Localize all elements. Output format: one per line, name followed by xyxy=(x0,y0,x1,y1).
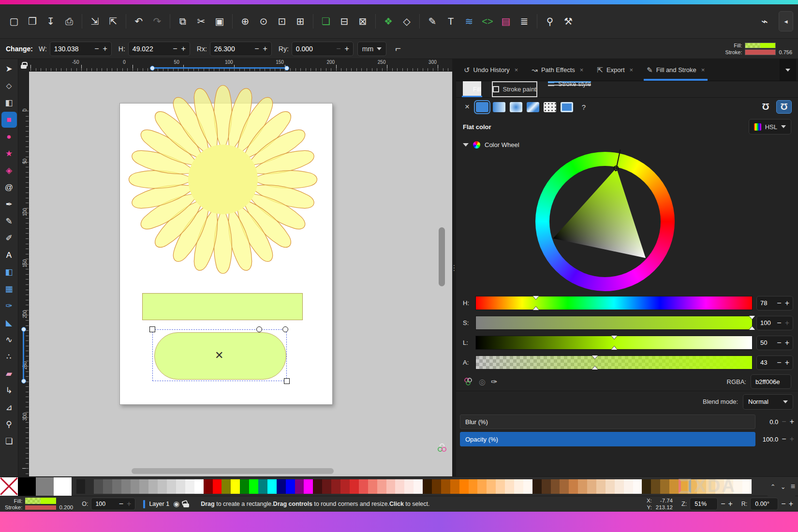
zoom-tool[interactable]: ⚲ xyxy=(1,416,17,432)
palette-swatch[interactable] xyxy=(0,477,18,496)
tab-export[interactable]: ⇱ Export × xyxy=(591,59,639,81)
palette-swatch[interactable] xyxy=(450,479,459,494)
close-icon[interactable]: × xyxy=(701,66,705,74)
alpha-slider[interactable] xyxy=(475,355,753,369)
decrement-button[interactable]: − xyxy=(173,44,177,53)
subtab-stroke-paint[interactable]: Stroke paint xyxy=(492,81,537,97)
paint-flat-button[interactable] xyxy=(476,102,488,112)
open-document[interactable]: ❐ xyxy=(23,12,42,30)
palette-swatch[interactable] xyxy=(742,479,752,494)
paint-radial-gradient-button[interactable] xyxy=(510,102,522,112)
corner-radius-handle[interactable] xyxy=(256,326,262,332)
connector-tool[interactable]: ↳ xyxy=(1,383,17,399)
fill-stroke-dialog[interactable]: ✎ xyxy=(423,12,442,30)
palette-swatch[interactable] xyxy=(267,479,277,494)
palette-swatch[interactable] xyxy=(76,479,85,494)
measure-tool[interactable]: ⊿ xyxy=(1,399,17,415)
hue-slider[interactable] xyxy=(475,296,753,310)
decrement-button[interactable]: − xyxy=(254,44,259,53)
palette-swatch[interactable] xyxy=(624,479,633,494)
palette-swatch[interactable] xyxy=(578,479,587,494)
palette-swatch[interactable] xyxy=(94,479,103,494)
palette-swatch[interactable] xyxy=(706,479,715,494)
tab-path-effects[interactable]: ↝ Path Effects × xyxy=(526,59,589,81)
palette-scroll-up-icon[interactable]: ⌃ xyxy=(770,483,776,490)
green-rectangle-shape[interactable] xyxy=(142,293,303,320)
palette-swatch[interactable] xyxy=(688,479,697,494)
palette-swatch[interactable] xyxy=(18,477,36,496)
paint-linear-gradient-button[interactable] xyxy=(493,102,505,112)
layer-visibility-icon[interactable]: ◉ xyxy=(173,500,179,508)
pencil-tool[interactable]: ✎ xyxy=(1,213,17,229)
fill-stroke-status[interactable]: Fill: Stroke: 0.200 xyxy=(5,498,73,510)
palette-swatch[interactable] xyxy=(569,479,578,494)
zoom-selection[interactable]: ⊕ xyxy=(236,12,254,30)
palette-swatch[interactable] xyxy=(258,479,267,494)
corner-radius-handle[interactable] xyxy=(282,326,288,332)
panel-splitter[interactable]: ⋮ xyxy=(452,59,456,476)
palette-swatch[interactable] xyxy=(432,479,441,494)
palette-swatch[interactable] xyxy=(322,479,331,494)
decrement-button[interactable]: − xyxy=(782,435,786,443)
palette-swatch[interactable] xyxy=(697,479,706,494)
palette-swatch[interactable] xyxy=(277,479,286,494)
palette-swatch[interactable] xyxy=(423,479,432,494)
palette-swatch[interactable] xyxy=(459,479,469,494)
increment-button[interactable]: + xyxy=(728,500,732,508)
palette-swatch[interactable] xyxy=(158,479,167,494)
field-input[interactable]: 0.000 − + xyxy=(292,42,354,56)
increment-button[interactable]: + xyxy=(790,435,794,443)
box-3d-tool[interactable]: ◈ xyxy=(1,163,17,178)
tab-undo-history[interactable]: ↺ Undo History × xyxy=(458,59,524,81)
palette-swatch[interactable] xyxy=(131,479,140,494)
subtab-stroke-style[interactable]: Stroke style xyxy=(548,81,591,86)
eraser-tool[interactable]: ▰ xyxy=(1,366,17,382)
increment-button[interactable]: + xyxy=(785,339,789,347)
paint-unknown-button[interactable]: ? xyxy=(577,102,590,112)
palette-swatch[interactable] xyxy=(240,479,249,494)
palette-swatch[interactable] xyxy=(596,479,606,494)
export-document[interactable]: ⇱ xyxy=(104,12,122,30)
ruler-corner[interactable] xyxy=(18,59,29,72)
text-dialog[interactable]: T xyxy=(442,12,460,30)
palette-swatch[interactable] xyxy=(642,479,651,494)
palette-swatch[interactable] xyxy=(331,479,340,494)
daisy-flower-drawing[interactable] xyxy=(112,72,334,291)
palette-swatch[interactable] xyxy=(340,479,350,494)
layer-name[interactable]: Layer 1 xyxy=(149,501,169,507)
saturation-slider[interactable] xyxy=(475,316,753,330)
palette-swatch[interactable] xyxy=(249,479,258,494)
palette-swatch[interactable] xyxy=(54,477,72,496)
palette-swatch[interactable] xyxy=(404,479,414,494)
palette-swatch[interactable] xyxy=(715,479,724,494)
rgb-circles-icon[interactable] xyxy=(463,376,473,387)
duplicate[interactable]: ❏ xyxy=(317,12,335,30)
palette-swatch[interactable] xyxy=(36,477,54,496)
stroke-swatch[interactable] xyxy=(25,505,56,510)
redo[interactable]: ↷ xyxy=(148,12,166,30)
decrement-button[interactable]: − xyxy=(336,44,340,53)
ungroup[interactable]: ◇ xyxy=(398,12,416,30)
star-tool[interactable]: ★ xyxy=(1,146,17,162)
close-icon[interactable]: × xyxy=(630,66,634,74)
resize-handle[interactable] xyxy=(149,326,155,332)
palette-swatch[interactable] xyxy=(313,479,322,494)
increment-button[interactable]: + xyxy=(785,319,789,327)
save-document[interactable]: ↧ xyxy=(42,12,60,30)
palette-swatch[interactable] xyxy=(194,479,204,494)
unlink-clone[interactable]: ⊠ xyxy=(354,12,372,30)
palette-swatch[interactable] xyxy=(368,479,377,494)
print-document[interactable]: ⎙ xyxy=(60,12,78,30)
palette-swatch[interactable] xyxy=(213,479,222,494)
color-wheel-expander[interactable]: Color Wheel xyxy=(456,137,798,152)
decrement-button[interactable]: − xyxy=(119,500,123,508)
alpha-value-box[interactable]: 43−+ xyxy=(756,355,793,370)
palette-swatch[interactable] xyxy=(304,479,313,494)
palette-swatch[interactable] xyxy=(395,479,404,494)
resize-handle[interactable] xyxy=(284,378,290,384)
increment-button[interactable]: + xyxy=(790,417,794,426)
vertical-scrollbar[interactable] xyxy=(439,227,445,286)
palette-swatch[interactable] xyxy=(386,479,396,494)
align-distribute[interactable]: ≣ xyxy=(515,12,533,30)
close-icon[interactable]: × xyxy=(515,66,518,74)
